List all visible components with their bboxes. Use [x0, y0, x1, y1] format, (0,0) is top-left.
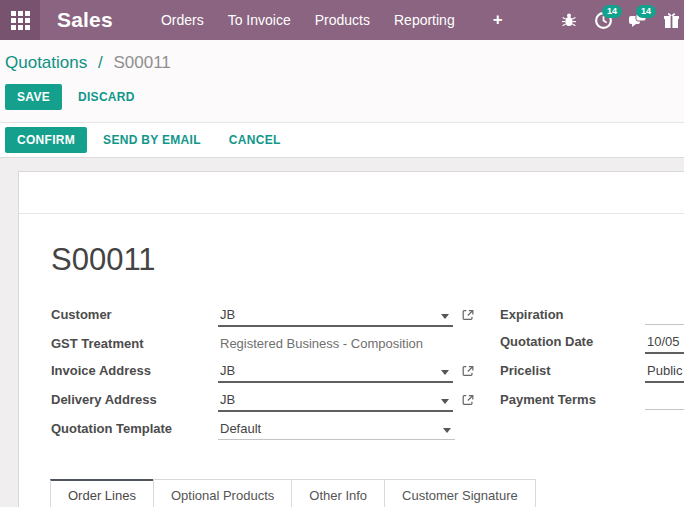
discard-button[interactable]: DISCARD — [66, 84, 147, 110]
delivery-address-label: Delivery Address — [51, 390, 218, 407]
pricelist-row: Pricelist Public — [500, 361, 684, 383]
apps-grid-icon — [11, 11, 30, 30]
invoice-address-row: Invoice Address JB — [51, 361, 475, 383]
customer-label: Customer — [51, 305, 218, 322]
main-menu: Orders To Invoice Products Reporting + — [149, 10, 515, 30]
activity-badge: 14 — [602, 5, 622, 18]
pricelist-field[interactable]: Public — [645, 361, 684, 383]
tab-optional-products[interactable]: Optional Products — [153, 479, 292, 507]
invoice-address-value: JB — [220, 363, 235, 378]
form-statusbar: CONFIRM SEND BY EMAIL CANCEL — [0, 123, 684, 158]
payment-terms-row: Payment Terms — [500, 390, 684, 410]
activity-clock-icon[interactable]: 14 — [586, 0, 620, 40]
dropdown-caret-icon[interactable] — [441, 370, 449, 375]
save-button[interactable]: SAVE — [5, 84, 62, 110]
control-panel: Quotations / S00011 SAVE DISCARD — [0, 40, 684, 123]
gift-icon[interactable] — [654, 0, 684, 40]
invoice-address-label: Invoice Address — [51, 361, 218, 378]
quotation-date-row: Quotation Date 10/05 — [500, 332, 684, 354]
quotation-date-value: 10/05 — [647, 334, 680, 349]
invoice-address-field[interactable]: JB — [218, 361, 453, 383]
external-link-icon[interactable] — [461, 305, 475, 326]
quotation-template-label: Quotation Template — [51, 419, 218, 436]
quotation-template-field[interactable]: Default — [218, 419, 455, 440]
gst-treatment-row: GST Treatment Registered Business - Comp… — [51, 334, 475, 354]
tab-order-lines[interactable]: Order Lines — [50, 479, 154, 507]
plus-icon[interactable]: + — [483, 10, 513, 30]
edit-action-buttons: SAVE DISCARD — [5, 84, 684, 110]
send-by-email-button[interactable]: SEND BY EMAIL — [91, 127, 213, 153]
record-title: S00011 — [51, 242, 684, 278]
fields-left-column: Customer JB — [51, 305, 475, 447]
expiration-row: Expiration — [500, 305, 684, 325]
dropdown-caret-icon[interactable] — [443, 428, 451, 433]
fields-right-column: Expiration Quotation Date 10/05 Pricelis… — [500, 305, 684, 447]
pricelist-value: Public — [647, 363, 682, 378]
dropdown-caret-icon[interactable] — [441, 314, 449, 319]
quotation-date-field[interactable]: 10/05 — [645, 332, 684, 354]
external-link-icon[interactable] — [461, 361, 475, 382]
gst-treatment-label: GST Treatment — [51, 334, 218, 351]
confirm-button[interactable]: CONFIRM — [5, 127, 87, 153]
external-link-icon[interactable] — [461, 390, 475, 411]
payment-terms-label: Payment Terms — [500, 390, 645, 407]
tab-other-info[interactable]: Other Info — [291, 479, 385, 507]
gst-treatment-field: Registered Business - Composition — [218, 334, 475, 354]
expiration-label: Expiration — [500, 305, 645, 322]
menu-reporting[interactable]: Reporting — [384, 12, 465, 28]
delivery-address-row: Delivery Address JB — [51, 390, 475, 412]
apps-menu-button[interactable] — [0, 0, 40, 40]
menu-to-invoice[interactable]: To Invoice — [218, 12, 301, 28]
customer-row: Customer JB — [51, 305, 475, 327]
breadcrumb-quotations-link[interactable]: Quotations — [5, 53, 87, 72]
breadcrumb: Quotations / S00011 — [5, 53, 684, 73]
payment-terms-field[interactable] — [645, 390, 684, 410]
button-box-strip — [19, 172, 684, 214]
top-navbar: Sales Orders To Invoice Products Reporti… — [0, 0, 684, 40]
quotation-template-value: Default — [220, 421, 261, 436]
debug-bug-icon[interactable] — [552, 0, 586, 40]
app-name[interactable]: Sales — [57, 8, 113, 32]
field-grid: Customer JB — [51, 305, 684, 447]
breadcrumb-current: S00011 — [113, 53, 170, 72]
tab-customer-signature[interactable]: Customer Signature — [384, 479, 536, 507]
breadcrumb-separator: / — [98, 53, 103, 72]
messages-badge: 14 — [636, 5, 656, 18]
gst-treatment-value: Registered Business - Composition — [220, 336, 423, 351]
dropdown-caret-icon[interactable] — [441, 399, 449, 404]
expiration-field[interactable] — [645, 305, 684, 325]
form-sheet: S00011 Customer JB — [18, 171, 684, 507]
delivery-address-field[interactable]: JB — [218, 390, 453, 412]
delivery-address-value: JB — [220, 392, 235, 407]
cancel-button[interactable]: CANCEL — [217, 127, 293, 153]
customer-field[interactable]: JB — [218, 305, 453, 327]
messages-icon[interactable]: 14 — [620, 0, 654, 40]
navbar-systray: 14 14 — [552, 0, 684, 40]
quotation-date-label: Quotation Date — [500, 332, 645, 349]
menu-products[interactable]: Products — [305, 12, 380, 28]
pricelist-label: Pricelist — [500, 361, 645, 378]
form-view: S00011 Customer JB — [0, 158, 684, 507]
quotation-template-row: Quotation Template Default — [51, 419, 475, 440]
menu-orders[interactable]: Orders — [151, 12, 214, 28]
customer-value: JB — [220, 307, 235, 322]
notebook-tabs: Order Lines Optional Products Other Info… — [51, 479, 684, 507]
